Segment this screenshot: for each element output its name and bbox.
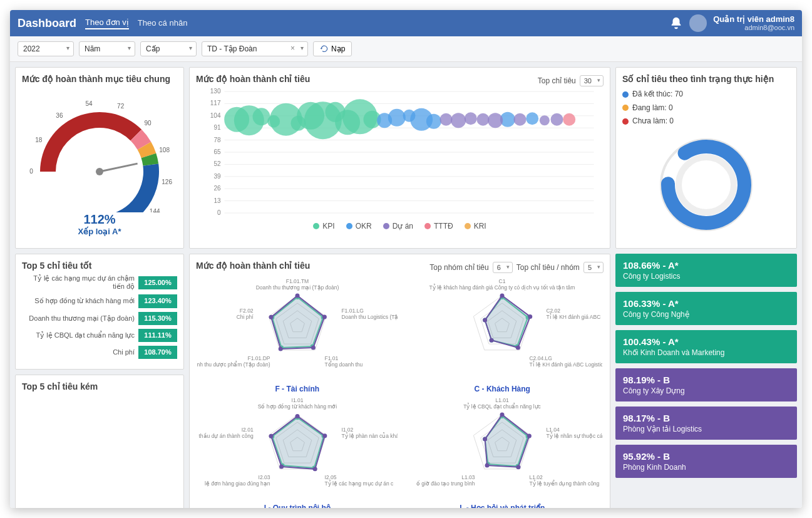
gauge-value: 112%: [83, 212, 115, 227]
radar-subtitle: F - Tài chính: [275, 385, 319, 393]
svg-text:90: 90: [145, 120, 152, 127]
svg-point-51: [426, 114, 441, 129]
radar-cell: I1.01Số hợp đồng từ khách hàng mớiI1.02T…: [196, 396, 399, 508]
tab-by-person[interactable]: Theo cá nhân: [138, 18, 188, 29]
svg-text:Tỉ lệ KH đánh giá ABC Logistic: Tỉ lệ KH đánh giá ABC Logistics giao hàn…: [530, 361, 603, 368]
year-select[interactable]: 2022: [18, 41, 74, 56]
rank-pct: 100.43% - A*: [623, 336, 789, 347]
bubble-chart: 013263952657891104117130: [196, 88, 604, 219]
rank-tile[interactable]: 98.19% - BCông ty Xây Dựng: [615, 368, 797, 401]
donut-legend-item[interactable]: Đã kết thúc: 70: [622, 88, 683, 101]
svg-point-150: [500, 413, 505, 417]
svg-text:Tỉ lệ KH đánh giá ABC: Tỉ lệ KH đánh giá ABC: [547, 313, 601, 320]
svg-point-124: [295, 414, 299, 418]
svg-text:144: 144: [150, 208, 160, 212]
bell-icon[interactable]: [669, 16, 683, 30]
svg-text:126: 126: [162, 179, 172, 185]
user-email: admin8@ooc.vn: [713, 24, 794, 32]
svg-text:Tỷ lệ nhân sự thuộc cá: Tỷ lệ nhân sự thuộc cá: [547, 432, 603, 439]
top5-label: Tỷ lệ các hạng mục dự án chậm tiến độ: [22, 274, 138, 291]
svg-point-102: [500, 294, 505, 298]
rank-tile[interactable]: 95.92% - BPhòng Kinh Doanh: [615, 445, 797, 478]
svg-text:117: 117: [210, 100, 221, 106]
svg-text:52: 52: [213, 160, 221, 167]
top5-row: Doanh thu thương mại (Tập đoàn)115.30%: [22, 312, 177, 325]
radar-per-label: Top chỉ tiêu / nhóm: [516, 263, 580, 272]
bubble-top-select[interactable]: 30: [580, 75, 604, 86]
svg-point-106: [483, 318, 487, 323]
gauge-subtitle: Xếp loại A*: [78, 227, 121, 236]
svg-text:Tỷ lệ các hạng mục dự án c: Tỷ lệ các hạng mục dự án c: [324, 480, 394, 487]
radar-per-select[interactable]: 5: [583, 262, 604, 273]
topbar: Dashboard Theo đơn vị Theo cá nhân Quản …: [10, 10, 802, 36]
svg-text:I2.01: I2.01: [241, 427, 253, 433]
radar-group-select[interactable]: 6: [493, 262, 513, 273]
svg-point-62: [563, 113, 575, 126]
top5-value: 123.40%: [138, 294, 177, 308]
tab-by-unit[interactable]: Theo đơn vị: [85, 18, 129, 29]
svg-text:F2.02: F2.02: [240, 308, 254, 314]
avatar[interactable]: [689, 14, 707, 32]
radar-cell: C1Tỷ lệ khách hàng đánh giá Công ty có d…: [401, 277, 604, 393]
svg-text:Tỷ lệ phàn nàn của khá: Tỷ lệ phàn nàn của khá: [341, 432, 398, 439]
svg-text:65: 65: [213, 148, 221, 155]
rank-tile[interactable]: 100.43% - A*Khối Kinh Doanh và Marketing: [615, 330, 797, 363]
user-block[interactable]: Quản trị viên admin8 admin8@ooc.vn: [713, 14, 794, 33]
svg-text:I1.01: I1.01: [291, 397, 303, 403]
donut-legend-item[interactable]: Đang làm: 0: [622, 101, 683, 115]
rank-pct: 98.19% - B: [623, 375, 789, 385]
svg-point-80: [269, 315, 273, 319]
rank-tile[interactable]: 98.17% - BPhòng Vận tải Logistics: [615, 407, 797, 440]
level-select[interactable]: Cấp: [140, 41, 197, 56]
radar-group-label: Top nhóm chỉ tiêu: [429, 263, 488, 272]
svg-point-154: [483, 437, 487, 442]
refresh-icon: [320, 44, 329, 53]
svg-text:L1.04: L1.04: [547, 427, 560, 433]
radar-cell: F1.01.TMDoanh thu thương mại (Tập đoàn)F…: [196, 277, 399, 393]
period-select[interactable]: Năm: [79, 41, 135, 56]
top5-label: Doanh thu thương mại (Tập đoàn): [22, 314, 138, 323]
svg-text:26: 26: [213, 185, 221, 192]
svg-text:54: 54: [85, 100, 93, 107]
legend-item[interactable]: KPI: [313, 222, 334, 231]
svg-text:C1: C1: [499, 278, 506, 284]
svg-point-58: [488, 113, 503, 128]
gauge-title: Mức độ hoàn thành mục tiêu chung: [22, 74, 177, 84]
svg-text:ố giờ đào tạo trung bình: ố giờ đào tạo trung bình: [416, 480, 475, 487]
legend-item[interactable]: KRI: [465, 222, 486, 231]
svg-point-127: [279, 464, 284, 469]
svg-point-55: [451, 113, 466, 128]
rank-pct: 98.17% - B: [623, 413, 789, 423]
reload-button[interactable]: Nạp: [313, 41, 352, 56]
rank-name: Khối Kinh Doanh và Marketing: [623, 348, 789, 357]
top5-value: 125.00%: [138, 276, 177, 289]
svg-point-78: [311, 345, 316, 350]
legend-item[interactable]: TTTĐ: [424, 222, 453, 231]
donut-title: Số chỉ tiêu theo tình trạng thực hiện: [622, 74, 790, 84]
clear-icon[interactable]: ×: [290, 44, 295, 53]
svg-text:C2.04.LG: C2.04.LG: [530, 355, 552, 361]
svg-point-59: [514, 113, 527, 126]
legend-item[interactable]: Dự án: [383, 222, 413, 231]
top5-value: 115.30%: [138, 312, 177, 325]
svg-text:ụ thầu dự án thành công: ụ thầu dự án thành công: [197, 433, 254, 439]
legend-item[interactable]: OKR: [346, 222, 372, 231]
top5-label: Chi phí: [22, 348, 138, 356]
unit-select[interactable]: TD - Tập Đoàn×: [202, 41, 308, 56]
svg-text:13: 13: [213, 197, 221, 204]
svg-point-61: [551, 113, 563, 126]
donut-legend-item[interactable]: Chưa làm: 0: [622, 115, 683, 128]
filter-bar: 2022 Năm Cấp TD - Tập Đoàn× Nạp: [10, 36, 802, 62]
svg-text:F1.01.LG: F1.01.LG: [341, 308, 363, 314]
rank-name: Phòng Kinh Doanh: [623, 463, 789, 472]
rank-tile[interactable]: 106.33% - A*Công ty Công Nghệ: [615, 292, 797, 325]
bubble-card: Mức độ hoàn thành chỉ tiêu Top chỉ tiêu …: [189, 67, 610, 249]
svg-point-128: [269, 434, 273, 438]
svg-text:Tỷ lệ CBQL đạt chuẩn năng lực: Tỷ lệ CBQL đạt chuẩn năng lực: [463, 403, 541, 410]
svg-point-103: [528, 314, 532, 319]
svg-text:Chi phí: Chi phí: [236, 314, 254, 320]
svg-point-12: [96, 168, 103, 175]
radar-subtitle: L - Học hỏi và phát triển: [460, 504, 545, 508]
rank-tile[interactable]: 108.66% - A*Công ty Logistics: [615, 254, 797, 287]
top5-label: Số hợp đồng từ khách hàng mới: [22, 297, 138, 305]
